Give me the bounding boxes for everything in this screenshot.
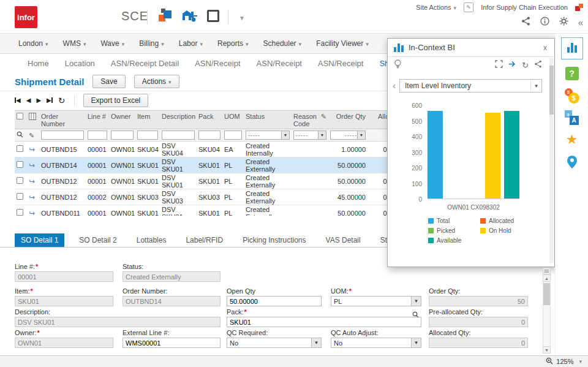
- page-properties-icon[interactable]: ✎: [464, 2, 473, 12]
- row-drilldown-icon[interactable]: ↪: [27, 176, 39, 186]
- chevron-down-icon[interactable]: ▼: [239, 15, 245, 21]
- first-record-icon[interactable]: ◀: [15, 97, 21, 104]
- description-input[interactable]: [15, 317, 221, 327]
- pack-input[interactable]: [227, 317, 421, 327]
- col-header-item[interactable]: Item: [135, 111, 160, 129]
- back-icon[interactable]: ‹: [393, 79, 396, 93]
- menu-london[interactable]: London▾: [18, 39, 48, 48]
- export-to-excel-button[interactable]: Export to Excel: [83, 94, 149, 107]
- uom-select[interactable]: PL ▼: [331, 296, 421, 306]
- menu-facility-viewer[interactable]: Facility Viewer▾: [316, 39, 369, 48]
- filter-order-input[interactable]: [41, 131, 84, 140]
- col-header-arrow[interactable]: [27, 111, 39, 129]
- col-header-desc[interactable]: Description: [160, 111, 197, 129]
- actions-button[interactable]: Actions▾: [134, 75, 179, 88]
- search-filter-icon[interactable]: [15, 130, 27, 140]
- tab-asn-receipt[interactable]: ASN/Receipt: [195, 59, 240, 68]
- menu-billing[interactable]: Billing▾: [139, 39, 164, 48]
- row-checkbox[interactable]: [15, 160, 27, 170]
- owner-input[interactable]: [15, 338, 113, 348]
- row-drilldown-icon[interactable]: ↪: [27, 161, 39, 170]
- zoom-icon[interactable]: [546, 357, 553, 366]
- filter-item-input[interactable]: [137, 131, 158, 140]
- gear-icon[interactable]: [559, 17, 568, 28]
- detail-tab-so-detail-2[interactable]: SO Detail 2: [74, 233, 121, 247]
- detail-tab-label-rfid[interactable]: Label/RFID: [181, 233, 228, 247]
- col-header-reason[interactable]: Reason Code✎: [292, 111, 328, 129]
- forward-icon[interactable]: [508, 61, 516, 69]
- row-drilldown-icon[interactable]: ↪: [27, 145, 39, 154]
- filter-status-select[interactable]: -----▼: [246, 131, 290, 140]
- resize-grip[interactable]: [543, 268, 551, 274]
- filter-owner-input[interactable]: [111, 131, 134, 140]
- detail-tab-so-detail-1[interactable]: SO Detail 1: [15, 233, 64, 247]
- apps-icon[interactable]: [158, 9, 174, 25]
- row-checkbox[interactable]: [15, 144, 27, 154]
- order-qty-input[interactable]: [429, 296, 528, 306]
- col-header-qty[interactable]: Order Qty: [328, 111, 368, 129]
- detail-tab-lottables[interactable]: Lottables: [132, 233, 172, 247]
- chevron-down-icon[interactable]: ▼: [411, 297, 421, 306]
- site-actions-menu[interactable]: Site Actions▾: [416, 4, 456, 11]
- row-drilldown-icon[interactable]: ↪: [27, 192, 39, 202]
- pre-allocated-qty-input[interactable]: [429, 317, 528, 327]
- status-input[interactable]: [123, 271, 221, 282]
- row-checkbox[interactable]: [15, 208, 27, 216]
- chevron-down-icon[interactable]: ▼: [530, 80, 541, 92]
- sidebar-favorites-icon[interactable]: ★: [564, 132, 580, 148]
- row-drilldown-icon[interactable]: ↪: [27, 208, 39, 216]
- lightbulb-icon[interactable]: [394, 59, 402, 70]
- refresh-icon[interactable]: ↻: [58, 97, 66, 104]
- line-number-input[interactable]: [15, 271, 113, 282]
- menu-reports[interactable]: Reports▾: [217, 39, 249, 48]
- detail-tab-picking-instructions[interactable]: Picking Instructions: [238, 233, 311, 247]
- tab-asn-receipt[interactable]: ASN/Receipt: [318, 59, 363, 68]
- filter-uom-input[interactable]: [224, 131, 242, 140]
- open-qty-input[interactable]: [227, 296, 322, 306]
- bi-view-select[interactable]: Item Level Inventory ▼: [399, 79, 542, 93]
- filter-pack-input[interactable]: [198, 131, 221, 140]
- filter-reason-select[interactable]: -----▼: [293, 131, 326, 140]
- detail-tab-vas-detail[interactable]: VAS Detail: [321, 233, 366, 247]
- tab-asn-receipt-detail[interactable]: ASN/Receipt Detail: [111, 59, 179, 68]
- sidebar-bi-chart-icon[interactable]: [561, 37, 583, 59]
- menu-scheduler[interactable]: Scheduler▾: [263, 39, 302, 48]
- menu-labor[interactable]: Labor▾: [179, 39, 203, 48]
- warehouse-app-icon[interactable]: [181, 8, 198, 25]
- external-line-input[interactable]: [123, 338, 221, 348]
- scrollbar-track[interactable]: [543, 282, 551, 346]
- qc-required-select[interactable]: No ▼: [227, 338, 322, 348]
- chevron-down-icon[interactable]: ▼: [411, 338, 421, 347]
- previous-record-icon[interactable]: ◀: [26, 97, 31, 104]
- frame-app-icon[interactable]: [207, 10, 219, 22]
- chevron-down-icon[interactable]: ▾: [579, 358, 582, 365]
- menu-wave[interactable]: Wave▾: [100, 39, 124, 48]
- col-header-status[interactable]: Status: [244, 111, 292, 129]
- row-checkbox[interactable]: [15, 176, 27, 186]
- col-header-check[interactable]: [15, 111, 27, 129]
- refresh-icon[interactable]: ↻: [522, 61, 529, 70]
- order-number-input[interactable]: [123, 296, 221, 306]
- row-checkbox[interactable]: [15, 192, 27, 202]
- select-all-checkbox[interactable]: [17, 113, 23, 119]
- lookup-icon[interactable]: [412, 311, 419, 320]
- scroll-up-icon[interactable]: ▲: [543, 274, 551, 282]
- col-header-order[interactable]: Order Number: [39, 111, 86, 129]
- scrollbar-thumb[interactable]: [543, 283, 550, 305]
- info-icon[interactable]: [540, 17, 549, 28]
- item-input[interactable]: [15, 296, 113, 306]
- bi-panel-scrollbar[interactable]: [549, 58, 554, 263]
- zoom-level[interactable]: 125%: [556, 358, 573, 365]
- allocated-qty-input[interactable]: [429, 338, 528, 348]
- col-header-owner[interactable]: Owner: [109, 111, 135, 129]
- col-header-line[interactable]: Line #: [86, 111, 109, 129]
- last-record-icon[interactable]: ▶: [47, 97, 53, 104]
- col-header-uom[interactable]: UOM: [222, 111, 244, 129]
- column-chooser-icon[interactable]: [29, 113, 36, 120]
- share-icon[interactable]: [521, 17, 530, 28]
- tab-asn-receipt[interactable]: ASN/Receipt: [257, 59, 302, 68]
- expand-icon[interactable]: [495, 60, 503, 70]
- qc-auto-adjust-select[interactable]: No ▼: [331, 338, 421, 348]
- scroll-down-icon[interactable]: ▼: [543, 346, 551, 354]
- tab-location[interactable]: Location: [65, 59, 95, 68]
